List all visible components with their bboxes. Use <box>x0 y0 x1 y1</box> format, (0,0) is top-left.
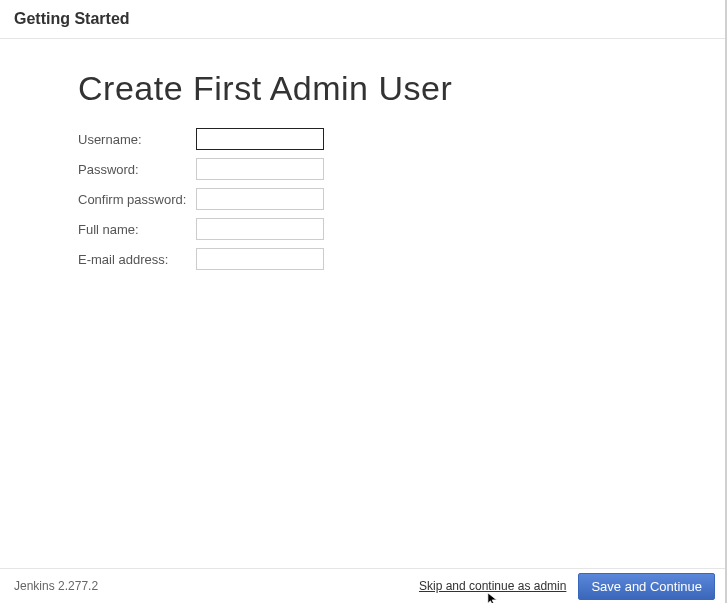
username-input[interactable] <box>196 128 324 150</box>
header: Getting Started <box>0 0 727 39</box>
skip-link[interactable]: Skip and continue as admin <box>419 579 566 593</box>
page-title: Create First Admin User <box>78 69 697 108</box>
password-label: Password: <box>78 154 196 184</box>
confirm-password-label: Confirm password: <box>78 184 196 214</box>
full-name-label: Full name: <box>78 214 196 244</box>
admin-user-form: Username: Password: Confirm password: Fu… <box>78 124 324 274</box>
password-input[interactable] <box>196 158 324 180</box>
version-label: Jenkins 2.277.2 <box>14 579 98 593</box>
footer: Jenkins 2.277.2 Skip and continue as adm… <box>0 568 727 603</box>
email-input[interactable] <box>196 248 324 270</box>
full-name-input[interactable] <box>196 218 324 240</box>
username-label: Username: <box>78 124 196 154</box>
header-title: Getting Started <box>14 10 713 28</box>
confirm-password-input[interactable] <box>196 188 324 210</box>
email-label: E-mail address: <box>78 244 196 274</box>
main-content: Create First Admin User Username: Passwo… <box>0 39 727 274</box>
save-and-continue-button[interactable]: Save and Continue <box>578 573 715 600</box>
